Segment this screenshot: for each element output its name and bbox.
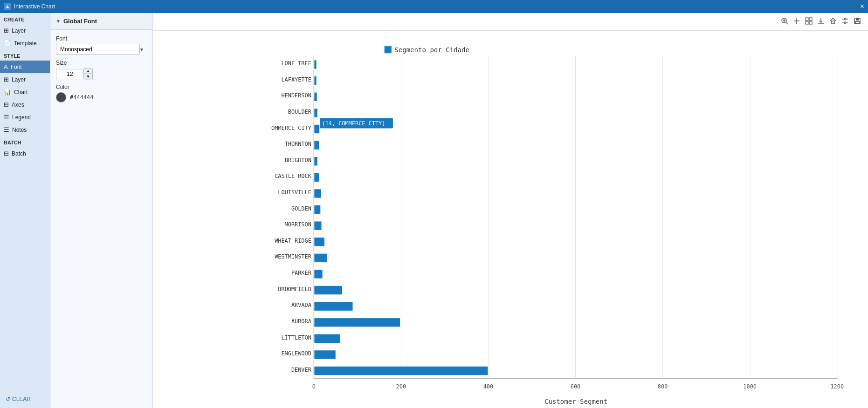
sidebar-item-template-label: Template	[14, 40, 37, 47]
template-icon: 📄	[4, 40, 11, 47]
svg-rect-10	[809, 21, 812, 24]
collapse-icon[interactable]: ▼	[56, 19, 61, 24]
home-button[interactable]	[828, 16, 838, 27]
bar-12[interactable]	[314, 254, 327, 262]
bar-1[interactable]	[314, 76, 316, 85]
color-field-label: Color	[56, 84, 147, 90]
color-section: Color #444444	[56, 84, 147, 102]
bar-13[interactable]	[314, 270, 322, 278]
bar-10[interactable]	[314, 221, 321, 230]
sidebar-item-legend[interactable]: ☰ Legend	[0, 111, 50, 123]
sidebar-item-layer-style-label: Layer	[12, 76, 26, 83]
sidebar-item-notes-label: Notes	[12, 127, 27, 133]
sidebar-item-layer-create-label: Layer	[12, 27, 26, 34]
city-label-18: ENGLEWOOD	[281, 350, 311, 357]
app-icon	[4, 3, 11, 10]
city-label-11: WHEAT RIDGE	[275, 238, 311, 244]
chart-toolbar	[153, 13, 868, 31]
font-select[interactable]: Monospaced Arial Times New Roman Courier…	[56, 44, 140, 55]
city-label-16: AURORA	[291, 318, 311, 325]
x-tick-200: 200	[396, 383, 406, 390]
tooltip-text: (14, COMMERCE CITY)	[322, 120, 386, 127]
grid-button[interactable]	[804, 16, 814, 27]
x-tick-600: 600	[571, 383, 580, 390]
x-tick-400: 400	[483, 383, 493, 390]
bar-2[interactable]	[314, 93, 317, 101]
bar-5[interactable]	[314, 141, 319, 149]
window-title: Interactive Chart	[14, 3, 55, 10]
save-button[interactable]	[852, 16, 862, 27]
layer-style-icon: ⊞	[4, 76, 9, 83]
sidebar-item-notes[interactable]: ☰ Notes	[0, 123, 50, 136]
bar-4[interactable]	[314, 125, 319, 133]
panel-section-font: Font Monospaced Arial Times New Roman Co…	[50, 30, 152, 108]
bar-16[interactable]	[314, 318, 400, 326]
bar-9[interactable]	[314, 205, 320, 214]
size-wrapper: ▲ ▼	[56, 68, 147, 80]
city-label-7: CASTLE ROCK	[275, 173, 311, 179]
clear-label: CLEAR	[12, 396, 31, 402]
legend-color-box	[385, 46, 392, 53]
clear-button[interactable]: ↺ CLEAR	[4, 394, 33, 404]
sidebar-item-template[interactable]: 📄 Template	[0, 37, 50, 49]
color-hex-value: #444444	[70, 94, 94, 101]
sidebar-item-layer-create[interactable]: ⊞ Layer	[0, 24, 50, 37]
svg-rect-22	[855, 21, 859, 24]
sidebar-item-batch[interactable]: ⊟ Batch	[0, 147, 50, 160]
x-tick-0: 0	[312, 383, 316, 390]
chart-icon: 📊	[4, 88, 11, 95]
bar-3[interactable]	[314, 109, 317, 117]
x-axis-label: Customer Segment	[544, 398, 607, 405]
city-label-5: THORNTON	[285, 141, 311, 147]
bar-8[interactable]	[314, 189, 321, 197]
zoom-in-button[interactable]	[779, 16, 790, 27]
city-label-13: PARKER	[291, 270, 312, 276]
legend-label: Segmento por Cidade	[394, 46, 469, 54]
bar-18[interactable]	[314, 350, 335, 359]
sidebar-item-batch-label: Batch	[12, 150, 26, 157]
bar-19[interactable]	[314, 367, 488, 375]
sidebar-item-axes[interactable]: ⊟ Axes	[0, 98, 50, 111]
svg-marker-0	[6, 5, 9, 8]
size-increment-button[interactable]: ▲	[84, 68, 92, 74]
bar-7[interactable]	[314, 173, 319, 182]
chart-container: Segmento por Cidade 0 200 400 600	[153, 31, 868, 408]
city-label-10: MORRISON	[285, 221, 311, 228]
bar-14[interactable]	[314, 286, 342, 294]
style-section-label: STYLE	[0, 49, 50, 61]
bar-11[interactable]	[314, 238, 324, 246]
city-label-2: HENDERSON	[281, 92, 311, 99]
bar-17[interactable]	[314, 334, 340, 343]
bar-6[interactable]	[314, 157, 317, 165]
close-button[interactable]: ×	[860, 2, 864, 11]
city-label-3: BOULDER	[288, 109, 312, 115]
bar-0[interactable]	[314, 60, 316, 68]
settings-button[interactable]	[840, 16, 850, 27]
size-decrement-button[interactable]: ▼	[84, 74, 92, 80]
layer-icon: ⊞	[4, 27, 9, 34]
create-section-label: CREATE	[0, 13, 50, 24]
svg-rect-13	[832, 21, 834, 24]
add-button[interactable]	[792, 16, 802, 27]
sidebar-item-font[interactable]: A Font	[0, 61, 50, 73]
city-label-19: DENVER	[291, 367, 312, 373]
city-label-12: WESTMINSTER	[275, 253, 311, 260]
city-label-1: LAFAYETTE	[281, 76, 311, 83]
svg-rect-21	[856, 18, 859, 20]
middle-panel: ▼ Global Font Font Monospaced Arial Time…	[50, 13, 153, 408]
sidebar-item-font-label: Font	[11, 64, 22, 70]
download-button[interactable]	[816, 16, 826, 27]
main-layout: CREATE ⊞ Layer 📄 Template STYLE A Font ⊞…	[0, 13, 868, 408]
sidebar-item-chart-label: Chart	[14, 89, 28, 95]
color-row: #444444	[56, 92, 147, 102]
select-arrow-icon: ▼	[139, 47, 144, 52]
size-input[interactable]	[56, 69, 84, 79]
sidebar-item-chart[interactable]: 📊 Chart	[0, 86, 50, 98]
clear-icon: ↺	[6, 396, 10, 402]
color-swatch[interactable]	[56, 92, 66, 102]
sidebar-footer: ↺ CLEAR	[0, 390, 50, 408]
city-label-17: LITTLETON	[281, 334, 311, 341]
sidebar-item-layer-style[interactable]: ⊞ Layer	[0, 73, 50, 86]
svg-rect-7	[806, 18, 808, 20]
bar-15[interactable]	[314, 302, 352, 310]
